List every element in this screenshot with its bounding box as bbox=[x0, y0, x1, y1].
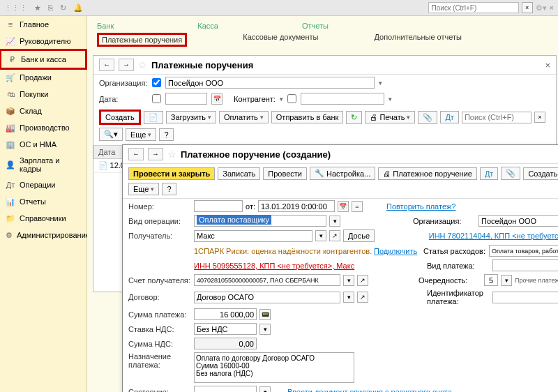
history-icon[interactable]: ⎘ bbox=[48, 3, 53, 12]
section-bank: Банк bbox=[97, 22, 114, 30]
cart-icon: 🛒 bbox=[6, 73, 15, 82]
link-cash-docs[interactable]: Кассовые документы bbox=[243, 33, 318, 47]
spark-link[interactable]: Подключить bbox=[374, 247, 417, 255]
sidebar-item-bank[interactable]: ₽Банк и касса bbox=[0, 49, 87, 70]
post-close-button[interactable]: Провести и закрыть bbox=[128, 167, 215, 180]
recip-label: Получатель: bbox=[128, 232, 191, 240]
num-input[interactable] bbox=[194, 200, 243, 212]
attach-button[interactable]: 📎 bbox=[501, 167, 520, 180]
sidebar-item-admin[interactable]: ⚙Администрирование bbox=[0, 227, 86, 243]
close-icon[interactable]: × bbox=[545, 60, 550, 70]
nav-back[interactable]: ← bbox=[99, 59, 114, 71]
nav-fwd[interactable]: → bbox=[119, 59, 134, 71]
help-button[interactable]: ? bbox=[159, 128, 173, 141]
link-payment-orders[interactable]: Платежные поручения bbox=[97, 33, 187, 47]
find-button[interactable]: 🔍▾ bbox=[99, 128, 123, 141]
list-search[interactable] bbox=[462, 112, 531, 123]
recip-input[interactable] bbox=[194, 230, 312, 242]
vat-rate-input[interactable] bbox=[194, 323, 257, 335]
clock-icon[interactable]: ↻ bbox=[60, 3, 66, 13]
print-pp-button[interactable]: 🖨 Платежное поручение bbox=[378, 167, 477, 180]
more-button[interactable]: Еще ▾ bbox=[126, 128, 156, 141]
create-button[interactable]: Создать bbox=[99, 110, 141, 125]
ident-input[interactable] bbox=[492, 292, 558, 303]
load-button[interactable]: Загрузить ▾ bbox=[166, 111, 216, 123]
counter-label: Контрагент: bbox=[234, 95, 276, 103]
help-button[interactable]: ? bbox=[162, 183, 176, 195]
sidebar-item-assets[interactable]: 🏢ОС и НМА bbox=[0, 136, 86, 153]
menu-icon: ≡ bbox=[6, 20, 15, 29]
star-icon[interactable]: ★ bbox=[34, 3, 41, 13]
dosye-button[interactable]: Досье bbox=[343, 229, 375, 242]
more-button[interactable]: Еще ▾ bbox=[128, 183, 159, 195]
sidebar-item-stock[interactable]: 📦Склад bbox=[0, 103, 86, 119]
date-input[interactable] bbox=[258, 200, 335, 212]
clear-search-icon[interactable]: × bbox=[522, 2, 533, 13]
sidebar: ≡Главное 📈Руководителю ₽Банк и касса 🛒Пр… bbox=[0, 16, 87, 392]
paytype-input[interactable] bbox=[492, 259, 558, 271]
nav-fwd[interactable]: → bbox=[148, 148, 163, 160]
copy-button[interactable]: 📄 bbox=[144, 111, 163, 124]
org-input[interactable] bbox=[165, 77, 375, 89]
gear-icon[interactable]: ⚙▾ bbox=[536, 3, 547, 13]
sidebar-item-reports[interactable]: 📊Отчеты bbox=[0, 193, 86, 210]
sidebar-item-sales[interactable]: 🛒Продажи bbox=[0, 69, 86, 86]
window-close-icon[interactable]: × bbox=[550, 3, 554, 12]
op-input[interactable]: Оплата поставщику bbox=[194, 215, 326, 227]
send-bank-button[interactable]: Отправить в банк bbox=[271, 111, 344, 123]
pay-button[interactable]: Оплатить ▾ bbox=[219, 111, 269, 123]
sidebar-item-operations[interactable]: ДтОперации bbox=[0, 176, 86, 193]
nav-back[interactable]: ← bbox=[128, 148, 144, 160]
box-icon: 📦 bbox=[6, 106, 15, 116]
fav-icon[interactable]: ☆ bbox=[138, 59, 147, 70]
inn-recip-link[interactable]: ИНН 5099555128, КПП <не требуется>, Макс bbox=[194, 262, 354, 270]
bell-icon[interactable]: 🔔 bbox=[73, 3, 83, 13]
vat-sum-input bbox=[194, 338, 257, 349]
acc-input[interactable] bbox=[194, 274, 340, 286]
time-clear[interactable]: = bbox=[352, 201, 363, 212]
dt-button[interactable]: Дт bbox=[440, 111, 459, 123]
sidebar-item-hr[interactable]: 👤Зарплата и кадры bbox=[0, 153, 86, 176]
refresh-button[interactable]: ↻ bbox=[346, 111, 362, 124]
org-input[interactable] bbox=[478, 215, 558, 227]
fav-icon[interactable]: ☆ bbox=[167, 149, 176, 160]
org-check[interactable] bbox=[152, 78, 161, 87]
purpose-input[interactable] bbox=[194, 352, 354, 383]
counter-check[interactable] bbox=[287, 94, 296, 103]
search-clear[interactable]: × bbox=[534, 112, 545, 123]
section-kassa: Касса bbox=[197, 22, 218, 30]
calc-icon[interactable]: 📟 bbox=[259, 309, 271, 320]
sidebar-item-manager[interactable]: 📈Руководителю bbox=[0, 33, 86, 50]
dt-button[interactable]: Дт bbox=[480, 167, 499, 180]
save-button[interactable]: Записать bbox=[218, 167, 260, 180]
contract-input[interactable] bbox=[194, 292, 340, 303]
date-check[interactable] bbox=[152, 94, 161, 103]
sidebar-item-purchases[interactable]: 🛍Покупки bbox=[0, 86, 86, 103]
sum-input[interactable] bbox=[194, 308, 257, 320]
print-button[interactable]: 🖨 Печать ▾ bbox=[365, 111, 415, 123]
spark-text: 1СПАРК Риски: оценка надёжности контраге… bbox=[194, 247, 417, 255]
building-icon: 🏢 bbox=[6, 140, 15, 149]
order-input[interactable] bbox=[484, 274, 498, 286]
sidebar-item-production[interactable]: 🏭Производство bbox=[0, 119, 86, 136]
exp-input[interactable] bbox=[489, 245, 558, 257]
inn-org-link[interactable]: ИНН 7802114044, КПП <не требуется>, ООО … bbox=[429, 232, 558, 240]
date-picker-icon[interactable]: 📅 bbox=[211, 93, 223, 105]
ruble-icon: ₽ bbox=[7, 54, 17, 64]
calendar-icon[interactable]: 📅 bbox=[338, 201, 349, 212]
create-based-button[interactable]: Создать на основании ▾ bbox=[523, 167, 558, 180]
attach-button[interactable]: 📎 bbox=[418, 111, 437, 124]
global-search[interactable] bbox=[428, 2, 519, 13]
counter-input[interactable] bbox=[301, 93, 384, 105]
sidebar-item-catalogs[interactable]: 📁Справочники bbox=[0, 210, 86, 227]
person-icon: 👤 bbox=[6, 160, 15, 169]
state-input[interactable] bbox=[194, 386, 257, 392]
link-extra-reports[interactable]: Дополнительные отчеты bbox=[374, 33, 461, 47]
apps-icon[interactable]: ⋮⋮⋮ bbox=[4, 3, 27, 13]
date-input[interactable] bbox=[165, 93, 207, 105]
write-doc-link[interactable]: Ввести документ списания с расчетного сч… bbox=[287, 388, 452, 393]
post-button[interactable]: Провести bbox=[263, 167, 307, 180]
settings-button[interactable]: 🔧 Настройка... bbox=[310, 167, 375, 180]
repeat-link[interactable]: Повторить платеж? bbox=[386, 202, 455, 211]
sidebar-item-main[interactable]: ≡Главное bbox=[0, 16, 86, 33]
